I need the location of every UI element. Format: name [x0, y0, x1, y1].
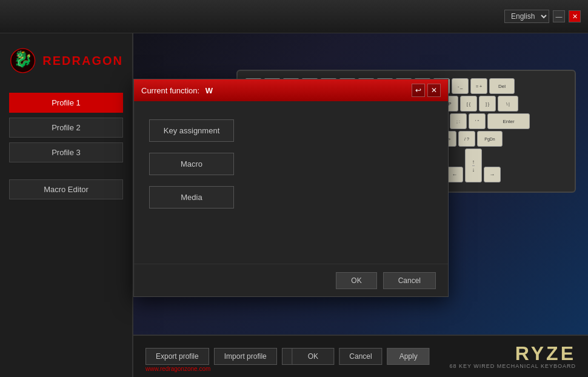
macro-button[interactable]: Macro — [149, 153, 234, 175]
key-backslash[interactable]: \ | — [498, 96, 518, 112]
minimize-button[interactable]: — — [553, 10, 565, 22]
apply-button[interactable]: Apply — [387, 348, 430, 365]
key-left[interactable]: ← — [446, 167, 463, 182]
key-rbracket[interactable]: ] } — [479, 96, 496, 112]
key-lbracket[interactable]: [ { — [460, 96, 477, 112]
modal-footer: OK Cancel — [134, 264, 448, 296]
ok-button[interactable]: OK — [292, 348, 334, 365]
sidebar: 🐉 Redragon Profile 1 Profile 2 Profile 3… — [0, 33, 133, 377]
export-profile-button[interactable]: Export profile — [145, 348, 209, 365]
cancel-button[interactable]: Cancel — [339, 348, 382, 365]
close-button[interactable]: ✕ — [569, 10, 581, 22]
modal-body: Key assignment Macro Media — [134, 101, 448, 264]
top-bar: English — ✕ — [0, 0, 588, 33]
profile-1-button[interactable]: Profile 1 — [9, 93, 123, 113]
brand-footer: RYZE 68 KEY WIRED MECHANICAL KEYBOARD — [449, 344, 576, 369]
key-slash[interactable]: / ? — [458, 131, 475, 147]
key-right[interactable]: → — [484, 167, 501, 182]
key-pgdn[interactable]: PgDn — [477, 131, 503, 147]
modal-title: Current function: W — [141, 86, 213, 95]
toolbar-center: OK Cancel Apply — [292, 348, 429, 365]
ryze-brand-text: RYZE — [449, 344, 576, 363]
modal-title-label: Current function: — [141, 86, 199, 95]
brand-name: Redragon — [42, 54, 123, 68]
key-del[interactable]: Del — [489, 78, 515, 94]
key-minus[interactable]: - _ — [452, 78, 469, 94]
main-container: English — ✕ 🐉 Redragon Profile 1 Profile… — [0, 0, 588, 377]
dragon-logo: 🐉 — [9, 45, 36, 76]
modal-cancel-button[interactable]: Cancel — [383, 272, 436, 289]
modal-controls: ↩ ✕ — [412, 84, 441, 97]
key-equals[interactable]: = + — [470, 78, 487, 94]
modal-restore-button[interactable]: ↩ — [412, 84, 425, 97]
bottom-toolbar: Export profile Import profile Restore OK… — [133, 335, 588, 377]
ryze-subtitle: 68 KEY WIRED MECHANICAL KEYBOARD — [449, 363, 576, 369]
toolbar-right: RYZE 68 KEY WIRED MECHANICAL KEYBOARD — [449, 344, 576, 369]
logo-area: 🐉 Redragon — [9, 45, 123, 76]
svg-text:🐉: 🐉 — [13, 50, 33, 68]
key-semicolon[interactable]: ; : — [450, 113, 467, 129]
language-selector[interactable]: English — ✕ — [504, 10, 581, 23]
media-button[interactable]: Media — [149, 186, 234, 209]
key-up-down[interactable]: ↑ ↓ — [465, 148, 482, 182]
modal-current-key: W — [205, 86, 213, 95]
key-assignment-button[interactable]: Key assignment — [149, 119, 234, 142]
import-profile-button[interactable]: Import profile — [214, 348, 277, 365]
website-url: www.redragonzone.com — [145, 365, 210, 372]
modal-header: Current function: W ↩ ✕ — [134, 79, 448, 101]
modal-dialog: Current function: W ↩ ✕ Key assignment M… — [133, 79, 449, 297]
macro-editor-button[interactable]: Macro Editor — [9, 179, 123, 199]
language-dropdown[interactable]: English — [504, 10, 549, 23]
profile-3-button[interactable]: Profile 3 — [9, 142, 123, 162]
key-enter[interactable]: Enter — [487, 113, 530, 129]
profile-2-button[interactable]: Profile 2 — [9, 118, 123, 138]
modal-ok-button[interactable]: OK — [336, 272, 376, 289]
modal-close-button[interactable]: ✕ — [427, 84, 441, 97]
key-quote[interactable]: ' " — [469, 113, 486, 129]
